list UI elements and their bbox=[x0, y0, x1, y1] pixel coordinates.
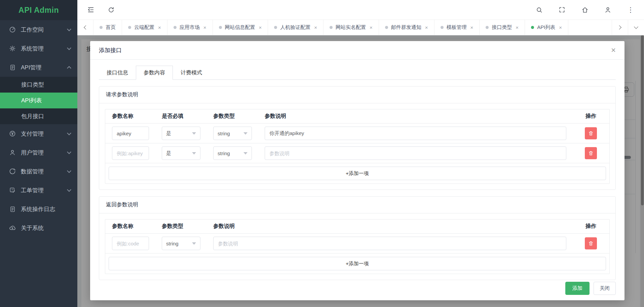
gear-icon bbox=[9, 45, 16, 52]
chevron-down-icon bbox=[67, 187, 71, 192]
modal-header: 添加接口 × bbox=[90, 41, 624, 60]
topbar-left bbox=[87, 6, 115, 14]
tab-billing-mode[interactable]: 计费模式 bbox=[173, 66, 210, 80]
param-name-input[interactable] bbox=[112, 127, 149, 140]
close-icon[interactable]: × bbox=[158, 25, 161, 30]
chevron-left-icon bbox=[84, 25, 88, 30]
sidebar-item-label: 系统操作日志 bbox=[21, 205, 71, 213]
close-icon[interactable]: × bbox=[611, 46, 616, 54]
chevron-down-icon bbox=[67, 150, 71, 154]
column-header: 操作 bbox=[579, 223, 603, 230]
sidebar-item-label: API列表 bbox=[21, 97, 42, 104]
caret-down-icon bbox=[243, 152, 248, 155]
param-name-input[interactable] bbox=[112, 237, 149, 250]
sidebar-item-api-list[interactable]: API列表 bbox=[0, 93, 77, 108]
param-desc-input[interactable] bbox=[265, 146, 566, 160]
close-icon[interactable]: × bbox=[470, 25, 473, 30]
tabbar: 首页 云端配置 × 应用市场 × 网站信息配置 × 人机验证配置 × bbox=[77, 20, 644, 35]
tab-interface-info[interactable]: 接口信息 bbox=[99, 66, 136, 80]
table-row: 是 string bbox=[105, 124, 609, 143]
param-name-input[interactable] bbox=[112, 146, 149, 160]
sidebar-item-api-management[interactable]: API管理 bbox=[0, 58, 77, 77]
sidebar-item-monthly-interface[interactable]: 包月接口 bbox=[0, 108, 77, 124]
select-value: 是 bbox=[166, 130, 171, 137]
table-row: string bbox=[105, 234, 609, 253]
tab-label: API列表 bbox=[537, 24, 555, 31]
tab-captcha-config[interactable]: 人机验证配置 × bbox=[268, 20, 324, 35]
caret-down-icon bbox=[192, 242, 196, 245]
add-response-param-button[interactable]: +添加一项 bbox=[109, 257, 606, 270]
document-icon bbox=[9, 64, 16, 71]
more-icon[interactable]: ⋮ bbox=[627, 6, 635, 14]
tab-api-list[interactable]: API列表 × bbox=[525, 20, 568, 35]
tab-interface-type[interactable]: 接口类型 × bbox=[480, 20, 525, 35]
sidebar-item-work-orders[interactable]: ? 工单管理 bbox=[0, 181, 77, 200]
required-select[interactable]: 是 bbox=[162, 146, 200, 160]
submit-button[interactable]: 添加 bbox=[565, 282, 590, 295]
delete-row-button[interactable] bbox=[585, 237, 597, 249]
select-value: string bbox=[218, 150, 230, 156]
sidebar-item-workspace[interactable]: 工作空间 bbox=[0, 20, 77, 39]
search-icon[interactable] bbox=[535, 6, 543, 14]
sidebar-item-interface-type[interactable]: 接口类型 bbox=[0, 77, 77, 93]
sidebar-item-payment[interactable]: 支付管理 bbox=[0, 124, 77, 143]
chevron-down-icon bbox=[67, 131, 71, 135]
close-icon[interactable]: × bbox=[516, 25, 519, 30]
chevron-up-icon bbox=[67, 66, 71, 70]
tab-parameter-content[interactable]: 参数内容 bbox=[136, 66, 173, 80]
user-icon[interactable] bbox=[604, 6, 612, 14]
tab-site-info-config[interactable]: 网站信息配置 × bbox=[213, 20, 268, 35]
close-icon[interactable]: × bbox=[559, 25, 562, 30]
tab-template-management[interactable]: 模板管理 × bbox=[434, 20, 480, 35]
close-button[interactable]: 关闭 bbox=[594, 282, 616, 295]
param-type-select[interactable]: string bbox=[213, 127, 252, 140]
sidebar-item-label: 关于系统 bbox=[21, 224, 71, 232]
home-icon[interactable] bbox=[581, 6, 589, 14]
tab-realname-config[interactable]: 网站实名配置 × bbox=[324, 20, 379, 35]
sidebar-item-label: 数据管理 bbox=[21, 168, 68, 175]
sidebar-item-data[interactable]: 数据管理 bbox=[0, 162, 77, 181]
add-request-param-button[interactable]: +添加一项 bbox=[109, 167, 606, 180]
delete-row-button[interactable] bbox=[585, 127, 597, 139]
caret-down-icon bbox=[192, 132, 196, 135]
column-header: 参数类型 bbox=[213, 113, 252, 120]
refresh-icon[interactable] bbox=[107, 6, 115, 14]
menu-fold-icon[interactable] bbox=[87, 6, 95, 14]
sidebar-item-label: 用户管理 bbox=[21, 149, 68, 157]
tabs-scroll-right-button[interactable] bbox=[612, 20, 628, 35]
close-icon[interactable]: × bbox=[259, 25, 262, 30]
card-title: 请求参数说明 bbox=[99, 87, 615, 103]
param-type-select[interactable]: string bbox=[162, 237, 200, 250]
sidebar-item-operation-log[interactable]: 系统操作日志 bbox=[0, 200, 77, 218]
sidebar-item-users[interactable]: 用户管理 bbox=[0, 143, 77, 162]
tab-mail-notice[interactable]: 邮件群发通知 × bbox=[379, 20, 434, 35]
topbar-right: ⋮ bbox=[535, 6, 635, 14]
tab-label: 网站实名配置 bbox=[336, 24, 366, 31]
sidebar-item-system[interactable]: 系统管理 bbox=[0, 39, 77, 58]
card-body: 参数名称 参数类型 参数说明 操作 string bbox=[99, 213, 615, 280]
tab-home[interactable]: 首页 bbox=[93, 20, 122, 35]
sidebar-item-label: 接口类型 bbox=[21, 81, 44, 89]
tabs-scroll-left-button[interactable] bbox=[77, 20, 93, 35]
tab-app-market[interactable]: 应用市场 × bbox=[167, 20, 213, 35]
delete-row-button[interactable] bbox=[585, 147, 597, 159]
fullscreen-icon[interactable] bbox=[558, 6, 566, 14]
caret-down-icon bbox=[192, 152, 196, 155]
required-select[interactable]: 是 bbox=[162, 127, 200, 140]
column-header: 是否必填 bbox=[162, 113, 200, 120]
close-icon[interactable]: × bbox=[314, 25, 317, 30]
tabs-menu-button[interactable] bbox=[628, 20, 644, 35]
close-icon[interactable]: × bbox=[203, 25, 206, 30]
dot-icon bbox=[531, 26, 534, 29]
close-icon[interactable]: × bbox=[370, 25, 373, 30]
param-desc-input[interactable] bbox=[213, 237, 566, 250]
data-icon bbox=[9, 168, 16, 175]
param-desc-input[interactable] bbox=[265, 127, 566, 140]
param-type-select[interactable]: string bbox=[213, 146, 252, 160]
chevron-down-icon bbox=[67, 27, 71, 31]
caret-down-icon bbox=[243, 132, 248, 135]
close-icon[interactable]: × bbox=[425, 25, 428, 30]
trash-icon bbox=[588, 150, 594, 156]
tab-cloud-config[interactable]: 云端配置 × bbox=[122, 20, 167, 35]
sidebar-item-about[interactable]: 关于系统 bbox=[0, 218, 77, 237]
